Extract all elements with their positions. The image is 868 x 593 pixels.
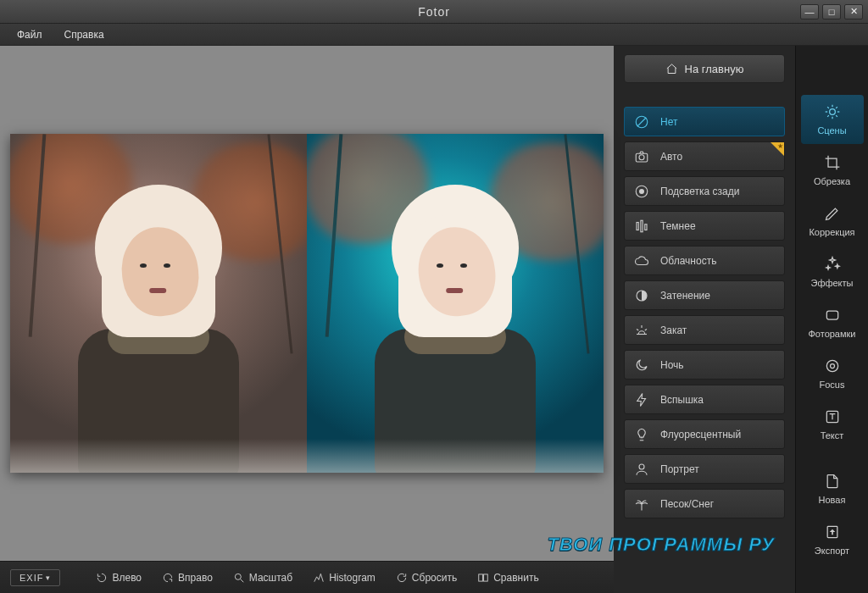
scene-portrait[interactable]: Портрет <box>624 454 785 484</box>
user-icon <box>633 461 650 478</box>
svg-rect-11 <box>641 220 643 232</box>
toolbar-rot-right[interactable]: Вправо <box>155 568 220 587</box>
svg-point-17 <box>639 464 644 469</box>
svg-line-25 <box>836 107 837 108</box>
rail-label: Обрезка <box>814 176 850 186</box>
toolbar-label: Влево <box>112 572 142 584</box>
bolt-icon <box>633 391 650 408</box>
toolbar-compare[interactable]: Сравнить <box>470 568 545 587</box>
menubar: Файл Справка <box>0 24 868 46</box>
crop-icon <box>824 154 841 173</box>
scene-night[interactable]: Ночь <box>624 350 785 380</box>
rail-label: Эффекты <box>810 278 853 288</box>
svg-point-18 <box>829 109 835 115</box>
scene-fluorescent[interactable]: Флуоресцентный <box>624 419 785 449</box>
svg-point-7 <box>639 154 644 159</box>
scene-darken[interactable]: Темнее <box>624 211 785 241</box>
toolbar-label: Сравнить <box>493 572 538 584</box>
svg-point-28 <box>826 360 837 371</box>
effects-icon <box>824 256 841 274</box>
toolbar-zoom[interactable]: Масштаб <box>226 568 299 587</box>
close-button[interactable]: ✕ <box>844 4 863 19</box>
cloud-icon <box>633 252 650 269</box>
exif-button[interactable]: EXIF ▾ <box>10 569 60 586</box>
toolbar-reset[interactable]: Сбросить <box>389 568 464 587</box>
svg-line-5 <box>637 117 647 126</box>
scene-flash[interactable]: Вспышка <box>624 385 785 414</box>
menu-help[interactable]: Справка <box>56 25 113 44</box>
scene-label: Вспышка <box>660 394 704 406</box>
export-icon <box>824 524 841 542</box>
rail-effects[interactable]: Эффекты <box>801 247 864 296</box>
rail-new[interactable]: Новая <box>801 464 864 513</box>
toolbar-label: Масштаб <box>249 572 292 584</box>
scene-label: Закат <box>660 324 687 336</box>
ban-icon <box>633 114 650 130</box>
svg-line-24 <box>836 115 837 117</box>
new-icon <box>824 473 841 491</box>
canvas-viewport[interactable] <box>0 46 614 561</box>
scene-label: Нет <box>660 116 677 128</box>
svg-point-0 <box>235 574 241 579</box>
scene-none[interactable]: Нет <box>624 107 785 136</box>
scene-cloudy[interactable]: Облачность <box>624 246 785 275</box>
scene-label: Темнее <box>660 220 696 232</box>
scene-label: Флуоресцентный <box>660 429 741 441</box>
rail-label: Новая <box>819 495 846 505</box>
rail-frames[interactable]: Фоторамки <box>801 298 864 347</box>
svg-rect-12 <box>645 224 647 230</box>
main-area: EXIF ▾ ВлевоВправоМасштабHistogramСброси… <box>0 46 868 593</box>
svg-point-8 <box>639 189 644 194</box>
scene-auto[interactable]: Авто <box>624 141 785 171</box>
rail-label: Focus <box>820 380 845 390</box>
palm-icon <box>633 496 650 513</box>
toolbar-rot-left[interactable]: Влево <box>89 568 148 587</box>
rail-crop[interactable]: Обрезка <box>801 146 864 195</box>
scene-sand-snow[interactable]: Песок/Снег <box>624 489 785 518</box>
home-button[interactable]: На главную <box>624 54 785 83</box>
sunset-icon <box>633 322 650 339</box>
frames-icon <box>824 307 841 325</box>
right-panel: На главную Нет Авто Подсветка сзади Темн… <box>614 46 868 593</box>
svg-line-16 <box>645 329 647 330</box>
scene-sunset[interactable]: Закат <box>624 315 785 345</box>
canvas-area: EXIF ▾ ВлевоВправоМасштабHistogramСброси… <box>0 46 614 593</box>
compare-image <box>10 134 604 473</box>
scene-shade[interactable]: Затенение <box>624 280 785 310</box>
scene-label: Ночь <box>660 359 684 371</box>
image-after <box>307 134 604 473</box>
rail-export[interactable]: Экспорт <box>801 515 864 564</box>
rail-focus[interactable]: Focus <box>801 349 864 398</box>
rail-label: Коррекция <box>809 227 854 237</box>
app-title: Fotor <box>0 5 868 19</box>
eq-icon <box>633 218 650 235</box>
tool-rail: СценыОбрезкаКоррекцияЭффектыФоторамкиFoc… <box>795 46 868 593</box>
scene-label: Песок/Снег <box>660 498 714 510</box>
scene-label: Облачность <box>660 255 716 267</box>
rail-correct[interactable]: Коррекция <box>801 197 864 246</box>
rail-label: Сцены <box>817 125 846 136</box>
maximize-button[interactable]: □ <box>822 4 841 19</box>
rail-text[interactable]: Текст <box>801 400 864 449</box>
home-label: На главную <box>685 63 744 75</box>
menu-file[interactable]: Файл <box>8 25 51 44</box>
toolbar-histogram[interactable]: Histogram <box>306 568 382 587</box>
svg-line-15 <box>637 329 638 330</box>
star-badge-icon <box>771 142 784 156</box>
correct-icon <box>824 205 841 224</box>
focus-icon <box>824 357 841 376</box>
rail-scenes[interactable]: Сцены <box>801 95 864 144</box>
scene-backlit[interactable]: Подсветка сзади <box>624 176 785 206</box>
titlebar: Fotor — □ ✕ <box>0 0 868 24</box>
toolbar-label: Вправо <box>178 572 213 584</box>
svg-line-23 <box>827 107 829 108</box>
minimize-button[interactable]: — <box>800 4 819 19</box>
scene-list[interactable]: Нет Авто Подсветка сзади Темнее Облачнос… <box>614 107 795 593</box>
window-controls: — □ ✕ <box>800 4 863 19</box>
svg-rect-27 <box>826 311 837 319</box>
exif-label: EXIF <box>19 573 43 583</box>
moon-icon <box>633 357 650 374</box>
rail-label: Текст <box>821 430 844 441</box>
shade-icon <box>633 287 650 304</box>
svg-point-29 <box>830 364 834 369</box>
